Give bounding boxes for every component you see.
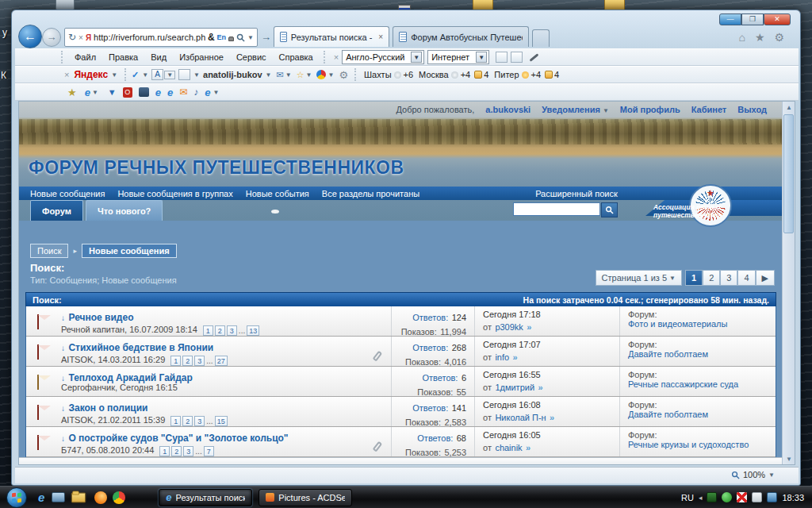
wrench-icon[interactable] bbox=[530, 53, 539, 62]
table-row[interactable]: ↓ Закон о полиции AITSOK, 21.02.2011 15:… bbox=[26, 397, 776, 427]
close-button[interactable]: ✕ bbox=[764, 13, 791, 25]
thread-page-link[interactable]: 7 bbox=[204, 446, 214, 456]
punto-amp-badge[interactable]: & bbox=[208, 32, 215, 43]
translate-pages-icon[interactable] bbox=[178, 69, 190, 80]
goto-last-post-icon[interactable]: ↓ bbox=[61, 344, 65, 352]
notifications-link[interactable]: Уведомления ▼ bbox=[542, 105, 609, 114]
thread-page-link[interactable]: 3 bbox=[227, 325, 237, 336]
go-button[interactable]: → bbox=[261, 31, 271, 43]
menu-tools[interactable]: Сервис bbox=[230, 50, 273, 64]
cabinet-link[interactable]: Кабинет bbox=[691, 105, 727, 114]
table-row[interactable]: ↓ О постройке судов "Сура" и "Золотое ко… bbox=[26, 427, 776, 457]
menu-view[interactable]: Вид bbox=[144, 50, 173, 64]
chevron-down-icon[interactable]: ▼ bbox=[164, 71, 175, 79]
advanced-search-link[interactable]: Расширенный поиск bbox=[535, 189, 618, 198]
toolbar-handle[interactable] bbox=[324, 51, 327, 64]
last-post-user-link[interactable]: 1дмитрий bbox=[495, 383, 534, 392]
mail-icon[interactable]: ✉ bbox=[277, 70, 284, 80]
start-button[interactable] bbox=[6, 487, 27, 508]
thread-title-link[interactable]: Теплоход Аркадий Гайдар bbox=[68, 372, 192, 383]
scroll-up-arrow[interactable]: ▲ bbox=[783, 102, 795, 114]
weather-city-2[interactable]: Москва bbox=[419, 70, 449, 79]
thread-page-link[interactable]: 15 bbox=[215, 416, 228, 426]
search-input[interactable] bbox=[513, 202, 600, 216]
minimize-button[interactable]: — bbox=[719, 13, 741, 25]
menu-help[interactable]: Справка bbox=[273, 50, 320, 64]
arrow-badge-icon[interactable]: ▼ bbox=[108, 87, 117, 97]
bookmarks-star-icon[interactable]: ☆ bbox=[297, 70, 304, 80]
last-post-user-link[interactable]: info bbox=[495, 352, 509, 362]
chevron-down-icon[interactable]: ▼ bbox=[476, 52, 487, 63]
forum-link[interactable]: Давайте поболтаем bbox=[628, 410, 777, 419]
jump-to-post-icon[interactable]: » bbox=[526, 443, 530, 452]
chevron-down-icon[interactable]: ▼ bbox=[306, 71, 312, 79]
chevron-down-icon[interactable]: ▼ bbox=[266, 71, 272, 79]
thread-page-link[interactable]: 1 bbox=[203, 325, 213, 336]
chevron-down-icon[interactable]: ▼ bbox=[285, 71, 292, 79]
home-icon[interactable]: ⌂ bbox=[738, 31, 745, 44]
tray-expand-icon[interactable]: ◂ bbox=[699, 494, 703, 502]
forum-link[interactable]: Речные пассажирские суда bbox=[628, 379, 777, 389]
red-cross-icon[interactable] bbox=[737, 492, 747, 502]
menu-file[interactable]: Файл bbox=[68, 50, 102, 64]
goto-last-post-icon[interactable]: ↓ bbox=[61, 434, 65, 443]
page-1-button[interactable]: 1 bbox=[685, 270, 703, 286]
tab-whats-new[interactable]: Что нового? bbox=[86, 200, 163, 221]
page-select-button[interactable]: Страница 1 из 5 ▼ bbox=[596, 270, 682, 286]
chevron-down-icon[interactable]: ▼ bbox=[142, 71, 148, 79]
chevron-down-icon[interactable]: ▼ bbox=[111, 71, 117, 79]
tab-forum[interactable]: Форум bbox=[30, 200, 83, 221]
breadcrumb-search[interactable]: Поиск bbox=[30, 244, 68, 258]
chevron-down-icon[interactable]: ▼ bbox=[327, 71, 334, 79]
next-page-button[interactable]: ▶ bbox=[756, 270, 775, 286]
taskbar-task-acdsee[interactable]: Pictures - ACDSee 1... bbox=[259, 489, 352, 506]
weather-city-3[interactable]: Питер bbox=[494, 70, 519, 79]
address-bar[interactable]: ↻ × Я http://riverforum.ru/search.ph & E… bbox=[64, 28, 258, 47]
toolbar-handle[interactable] bbox=[61, 51, 64, 64]
thread-title-link[interactable]: Речное видео bbox=[68, 312, 133, 323]
thread-page-link[interactable]: 2 bbox=[215, 325, 225, 336]
thread-page-link[interactable]: 13 bbox=[247, 325, 259, 336]
last-post-user-link[interactable]: Николай П-н bbox=[495, 413, 546, 422]
thread-title-link[interactable]: Закон о полиции bbox=[68, 402, 147, 414]
explorer-folder-icon[interactable] bbox=[71, 492, 86, 502]
chevron-down-icon[interactable]: ▼ bbox=[213, 89, 219, 96]
zoom-control[interactable]: 100% ▼ bbox=[731, 470, 775, 479]
thread-title-link[interactable]: Стихийное бедствие в Японии bbox=[68, 342, 213, 353]
yandex-logo[interactable]: Яндекс bbox=[74, 69, 108, 80]
tab-search-results[interactable]: Результаты поиска - Фору... × bbox=[274, 26, 389, 47]
ie-icon[interactable]: e bbox=[85, 87, 90, 98]
mark-read-link[interactable]: Все разделы прочитаны bbox=[322, 189, 419, 198]
chevron-down-icon[interactable]: ▼ bbox=[92, 89, 98, 96]
goto-last-post-icon[interactable]: ↓ bbox=[61, 374, 65, 383]
table-row[interactable]: ↓ Речное видео Речной капитан, 16.07.200… bbox=[26, 306, 776, 337]
search-button[interactable] bbox=[601, 202, 618, 217]
thread-page-link[interactable]: 1 bbox=[170, 356, 181, 366]
ie-page-icon[interactable]: e bbox=[155, 87, 161, 98]
red-o-icon[interactable]: O bbox=[123, 87, 132, 98]
split-view-icon[interactable] bbox=[511, 52, 523, 63]
goto-last-post-icon[interactable]: ↓ bbox=[61, 314, 65, 322]
new-tab-button[interactable] bbox=[532, 29, 550, 47]
page-4-button[interactable]: 4 bbox=[737, 270, 755, 286]
forum-link[interactable]: Давайте поболтаем bbox=[628, 349, 777, 359]
chevron-down-icon[interactable]: ▼ bbox=[247, 34, 254, 41]
battery-icon[interactable] bbox=[752, 492, 762, 502]
stack-icon[interactable] bbox=[139, 87, 149, 97]
menu-edit[interactable]: Правка bbox=[102, 50, 144, 64]
jump-to-post-icon[interactable]: » bbox=[550, 413, 554, 422]
add-favorite-star-icon[interactable]: ★ bbox=[67, 87, 77, 98]
thread-page-link[interactable]: 1 bbox=[170, 416, 181, 426]
thread-title-link[interactable]: О постройке судов "Сура" и "Золотое коль… bbox=[68, 433, 288, 444]
clock[interactable]: 18:33 bbox=[782, 493, 804, 502]
goto-last-post-icon[interactable]: ↓ bbox=[61, 404, 65, 413]
jump-to-post-icon[interactable]: » bbox=[538, 383, 543, 392]
search-icon[interactable] bbox=[236, 33, 245, 42]
services-icon[interactable] bbox=[316, 70, 326, 79]
table-row[interactable]: ↓ Стихийное бедствие в Японии AITSOK, 14… bbox=[26, 337, 776, 367]
breadcrumb-new-posts[interactable]: Новые сообщения bbox=[82, 244, 177, 258]
page-2-button[interactable]: 2 bbox=[703, 270, 720, 286]
page-3-button[interactable]: 3 bbox=[720, 270, 737, 286]
thread-page-link[interactable]: 27 bbox=[215, 356, 228, 366]
chevron-down-icon[interactable]: ▼ bbox=[768, 471, 775, 479]
